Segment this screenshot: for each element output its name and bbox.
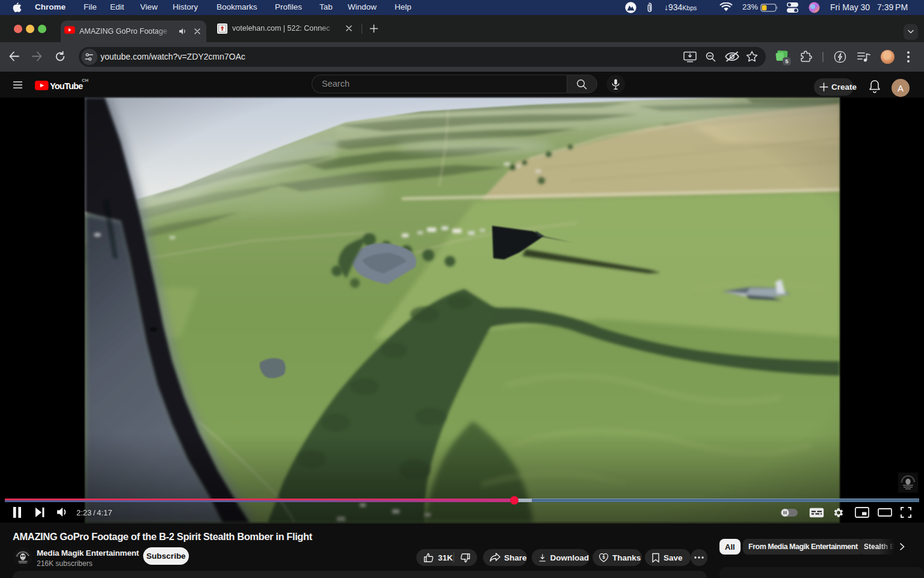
- svg-text:5: 5: [785, 58, 789, 64]
- svg-text:$: $: [602, 554, 605, 559]
